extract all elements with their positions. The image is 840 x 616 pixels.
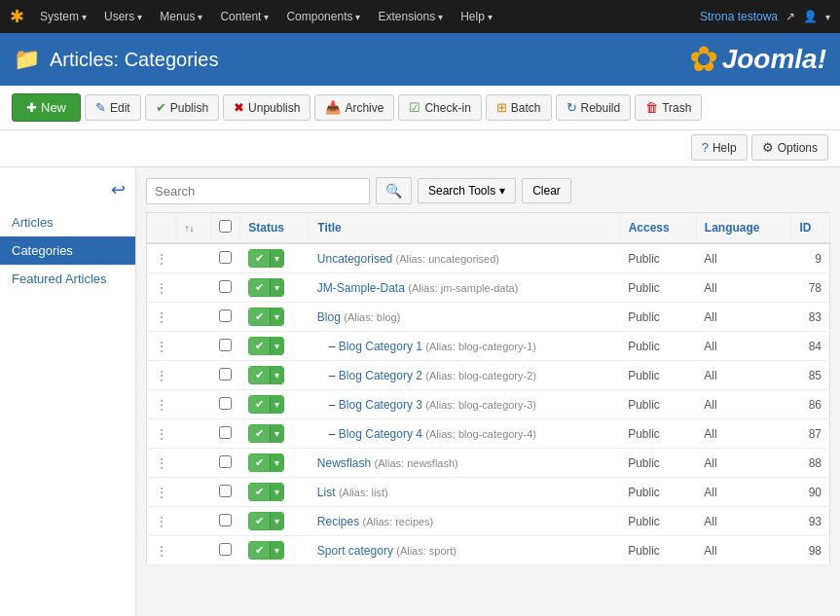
status-check-button[interactable]: ✔ [249,396,270,413]
title-link[interactable]: JM-Sample-Data [317,281,405,295]
status-dropdown-button[interactable]: ▾ [270,454,283,471]
clear-button[interactable]: Clear [522,178,571,203]
title-link[interactable]: Blog Category 1 [339,340,422,353]
row-checkbox[interactable] [219,455,232,468]
batch-button[interactable]: ⊞ Batch [486,94,552,121]
archive-button[interactable]: 📥 Archive [314,94,394,121]
user-icon[interactable]: 👤 [803,10,818,23]
drag-icon[interactable]: ⋮ [155,339,168,354]
status-dropdown-button[interactable]: ▾ [270,542,283,559]
th-status[interactable]: Status [240,213,310,244]
status-toggle[interactable]: ✔ ▾ [248,424,284,443]
th-id[interactable]: ID [791,213,830,244]
new-button[interactable]: ✚ New [12,93,81,122]
status-toggle[interactable]: ✔ ▾ [248,541,284,560]
status-cell[interactable]: ✔ ▾ [240,419,310,449]
drag-handle[interactable]: ⋮ [147,303,177,332]
title-link[interactable]: Blog Category 3 [339,398,422,412]
row-checkbox-cell[interactable] [211,332,240,361]
status-cell[interactable]: ✔ ▾ [240,449,310,478]
back-icon[interactable]: ↩ [111,179,126,200]
select-all-checkbox[interactable] [219,220,232,233]
status-cell[interactable]: ✔ ▾ [240,273,310,303]
search-input[interactable] [146,178,370,204]
drag-handle[interactable]: ⋮ [147,332,177,361]
drag-handle[interactable]: ⋮ [147,507,177,536]
row-checkbox[interactable] [219,485,232,497]
status-cell[interactable]: ✔ ▾ [240,332,310,361]
drag-handle[interactable]: ⋮ [147,449,177,478]
title-link[interactable]: Blog Category 4 [339,427,422,441]
status-cell[interactable]: ✔ ▾ [240,361,310,390]
nav-components[interactable]: Components ▾ [278,0,368,33]
status-toggle[interactable]: ✔ ▾ [248,366,284,384]
status-dropdown-button[interactable]: ▾ [270,425,283,442]
drag-icon[interactable]: ⋮ [155,543,168,559]
status-dropdown-button[interactable]: ▾ [270,396,283,413]
title-link[interactable]: Blog [317,310,341,324]
drag-handle[interactable]: ⋮ [147,419,177,449]
status-check-button[interactable]: ✔ [249,513,270,529]
status-toggle[interactable]: ✔ ▾ [248,249,284,268]
row-checkbox-cell[interactable] [211,536,240,565]
status-toggle[interactable]: ✔ ▾ [248,395,284,414]
th-access[interactable]: Access [620,213,696,244]
status-check-button[interactable]: ✔ [249,367,270,383]
th-sort[interactable]: ↑↓ [176,213,211,244]
drag-icon[interactable]: ⋮ [155,455,168,471]
row-checkbox[interactable] [219,368,232,380]
status-toggle[interactable]: ✔ ▾ [248,453,284,472]
row-checkbox-cell[interactable] [211,243,240,273]
row-checkbox-cell[interactable] [211,303,240,332]
publish-button[interactable]: ✔ Publish [145,94,219,121]
row-checkbox[interactable] [219,309,232,322]
drag-handle[interactable]: ⋮ [147,361,177,390]
drag-handle[interactable]: ⋮ [147,390,177,419]
help-button[interactable]: ? Help [691,134,748,161]
status-check-button[interactable]: ✔ [249,338,270,354]
status-check-button[interactable]: ✔ [249,308,270,325]
search-tools-button[interactable]: Search Tools ▾ [418,178,516,203]
status-check-button[interactable]: ✔ [249,542,270,559]
status-dropdown-button[interactable]: ▾ [270,513,283,529]
status-cell[interactable]: ✔ ▾ [240,507,310,536]
row-checkbox[interactable] [219,251,232,264]
status-toggle[interactable]: ✔ ▾ [248,337,284,355]
status-toggle[interactable]: ✔ ▾ [248,483,284,501]
nav-system[interactable]: System ▾ [32,0,94,33]
nav-menus[interactable]: Menus ▾ [152,0,210,33]
nav-help[interactable]: Help ▾ [453,0,500,33]
status-check-button[interactable]: ✔ [249,425,270,442]
row-checkbox-cell[interactable] [211,507,240,536]
status-dropdown-button[interactable]: ▾ [270,338,283,354]
drag-icon[interactable]: ⋮ [155,309,168,325]
row-checkbox[interactable] [219,426,232,439]
status-dropdown-button[interactable]: ▾ [270,484,283,500]
drag-handle[interactable]: ⋮ [147,478,177,507]
nav-extensions[interactable]: Extensions ▾ [370,0,451,33]
nav-users[interactable]: Users ▾ [96,0,150,33]
status-check-button[interactable]: ✔ [249,250,270,267]
status-cell[interactable]: ✔ ▾ [240,390,310,419]
status-check-button[interactable]: ✔ [249,484,270,500]
status-cell[interactable]: ✔ ▾ [240,303,310,332]
title-link[interactable]: Uncategorised [317,252,392,266]
row-checkbox-cell[interactable] [211,390,240,419]
options-button[interactable]: ⚙ Options [751,134,828,161]
row-checkbox-cell[interactable] [211,361,240,390]
row-checkbox[interactable] [219,280,232,293]
row-checkbox-cell[interactable] [211,478,240,507]
th-title[interactable]: Title [310,213,620,244]
trash-button[interactable]: 🗑 Trash [635,94,702,121]
sidebar-back[interactable]: ↩ [0,175,135,208]
drag-handle[interactable]: ⋮ [147,273,177,303]
drag-icon[interactable]: ⋮ [155,280,168,296]
nav-content[interactable]: Content ▾ [212,0,276,33]
status-toggle[interactable]: ✔ ▾ [248,308,284,326]
drag-icon[interactable]: ⋮ [155,397,168,413]
row-checkbox-cell[interactable] [211,273,240,303]
drag-icon[interactable]: ⋮ [155,426,168,442]
status-check-button[interactable]: ✔ [249,279,270,296]
sidebar-item-featured[interactable]: Featured Articles [0,265,135,295]
title-link[interactable]: Recipes [317,515,359,528]
